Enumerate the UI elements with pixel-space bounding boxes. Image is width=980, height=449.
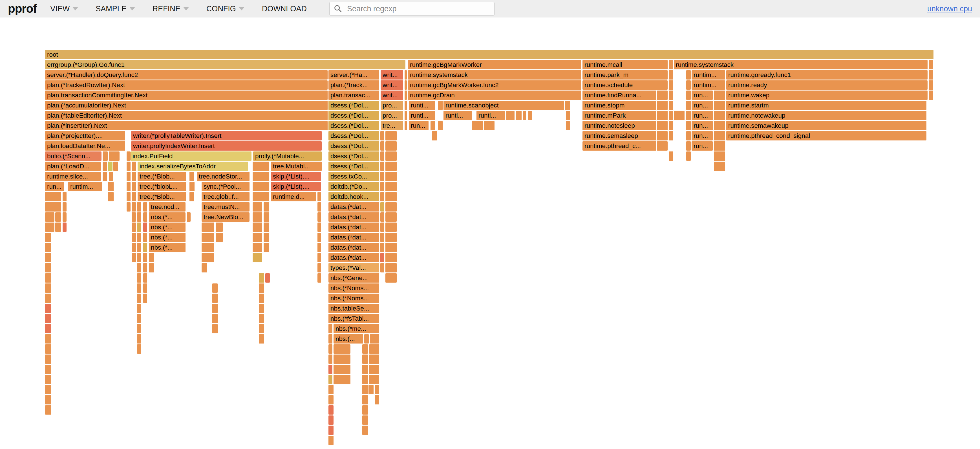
flame-box[interactable] [506,111,514,120]
flame-box[interactable] [259,273,264,283]
flame-box[interactable] [317,243,321,252]
flame-box[interactable] [385,232,397,242]
flame-box[interactable] [369,385,374,394]
flame-box[interactable] [404,91,407,100]
flame-box-runtime-ready[interactable]: runtime.ready [726,80,928,90]
flame-box-runtime-scanobject[interactable]: runtime.scanobject [444,101,564,110]
flame-box[interactable] [103,172,107,181]
flame-box[interactable] [380,182,384,191]
flame-box[interactable] [143,212,147,222]
flame-box-plan-insertiter-next[interactable]: plan.(*insertIter).Next [45,121,328,130]
flame-box[interactable] [317,212,321,222]
flame-box-plan-accumulatoriter-next[interactable]: plan.(*accumulatorIter).Next [45,101,328,110]
flame-box[interactable] [714,131,725,140]
flame-box[interactable] [362,365,368,374]
flame-box-runtime-goready-func1[interactable]: runtime.goready.func1 [726,70,928,80]
flame-box[interactable] [137,243,141,252]
flame-box-dsess-dol[interactable]: dsess.(*Dol... [328,101,379,110]
flame-box-runtime-notesleep[interactable]: runtime.notesleep [582,121,656,130]
flame-box[interactable] [566,111,570,120]
flame-box[interactable] [113,162,118,171]
flame-box-runtime-gcbgmarkworker-func2[interactable]: runtime.gcBgMarkWorker.func2 [408,80,581,90]
flame-box[interactable] [385,253,397,262]
flame-box[interactable] [523,111,526,120]
flame-box[interactable] [187,212,191,222]
flame-box[interactable] [259,294,264,303]
flame-box-nbs[interactable]: nbs.(*... [149,243,186,252]
flame-box[interactable] [202,223,214,232]
flame-box-runtime-semawakeup[interactable]: runtime.semawakeup [726,121,926,130]
flame-box-dsess-dol[interactable]: dsess.(*Dol... [328,141,379,151]
flame-box[interactable] [45,263,51,272]
flame-box-run[interactable]: run... [45,182,64,191]
flame-box-writ[interactable]: writ... [380,91,403,100]
flame-box[interactable] [328,344,332,353]
flame-box[interactable] [317,223,321,232]
flame-box[interactable] [328,436,334,445]
flame-box-runti[interactable]: runti... [409,101,435,110]
flame-box-pro[interactable]: pro... [380,101,403,110]
flame-box-datas-dat[interactable]: datas.(*dat... [328,243,379,252]
flame-box[interactable] [264,202,269,212]
flame-box-runtime-startm[interactable]: runtime.startm [726,101,926,110]
flame-box[interactable] [143,273,147,283]
flame-box[interactable] [404,70,407,80]
flame-box-tree-blobl[interactable]: tree.(*blobL... [138,182,186,191]
flame-box[interactable] [45,212,54,222]
flame-box[interactable] [380,192,384,201]
flame-box[interactable] [259,324,264,333]
flame-box-plan-track[interactable]: plan.(*track... [328,80,379,90]
flame-box-runtime-mpark[interactable]: runtime.mPark [582,111,656,120]
flame-box-plan-tableeditoriter-next[interactable]: plan.(*tableEditorIter).Next [45,111,328,120]
flame-box[interactable] [137,314,141,323]
flame-box[interactable] [657,121,668,130]
flame-box[interactable] [45,365,51,374]
flame-box-tree-nod[interactable]: tree.nod... [149,202,186,212]
flame-box[interactable] [259,334,264,344]
flame-box[interactable] [127,151,130,161]
flame-box[interactable] [686,101,691,110]
flame-box[interactable] [253,232,262,242]
flame-box-runtime-notewakeup[interactable]: runtime.notewakeup [726,111,926,120]
flame-box[interactable] [212,324,218,333]
flame-box[interactable] [380,212,384,222]
flame-box[interactable] [369,365,379,374]
flame-box[interactable] [212,294,218,303]
flame-box[interactable] [669,131,673,140]
flame-box[interactable] [334,375,350,384]
flame-box-run[interactable]: run... [692,91,713,100]
flame-box-runti[interactable]: runti... [476,111,505,120]
flame-box[interactable] [264,212,269,222]
flame-box[interactable] [127,192,130,201]
flame-box-runtime-park-m[interactable]: runtime.park_m [582,70,668,80]
flame-box-nbs-noms[interactable]: nbs.(*Noms... [328,283,379,293]
flame-box[interactable] [264,223,269,232]
flame-box[interactable] [202,263,207,272]
flame-box[interactable] [385,223,397,232]
flame-box[interactable] [369,375,379,384]
flame-box[interactable] [328,395,334,404]
flame-box[interactable] [362,344,368,353]
flame-box[interactable] [264,232,269,242]
flame-box[interactable] [385,141,397,151]
flame-box-tree-blob[interactable]: tree.(*Blob... [138,192,186,201]
flame-box[interactable] [404,101,407,110]
flame-box[interactable] [45,232,51,242]
flame-box[interactable] [317,263,321,272]
flame-box[interactable] [132,243,136,252]
flame-box[interactable] [404,80,407,90]
flame-box[interactable] [45,324,51,333]
flame-box[interactable] [686,131,691,140]
flame-box[interactable] [380,223,384,232]
flame-box[interactable] [253,172,269,181]
flame-box[interactable] [328,385,334,394]
flame-box[interactable] [328,405,334,415]
flame-box-nbs[interactable]: nbs.(*... [149,232,186,242]
flame-box[interactable] [259,304,264,313]
flame-box[interactable] [714,91,725,100]
flame-box-datas-dat[interactable]: datas.(*dat... [328,232,379,242]
flame-box[interactable] [132,253,136,262]
flame-box[interactable] [385,182,397,191]
flame-box[interactable] [516,111,522,120]
flame-box-plan-projectiter[interactable]: plan.(*projectIter).... [45,131,125,140]
